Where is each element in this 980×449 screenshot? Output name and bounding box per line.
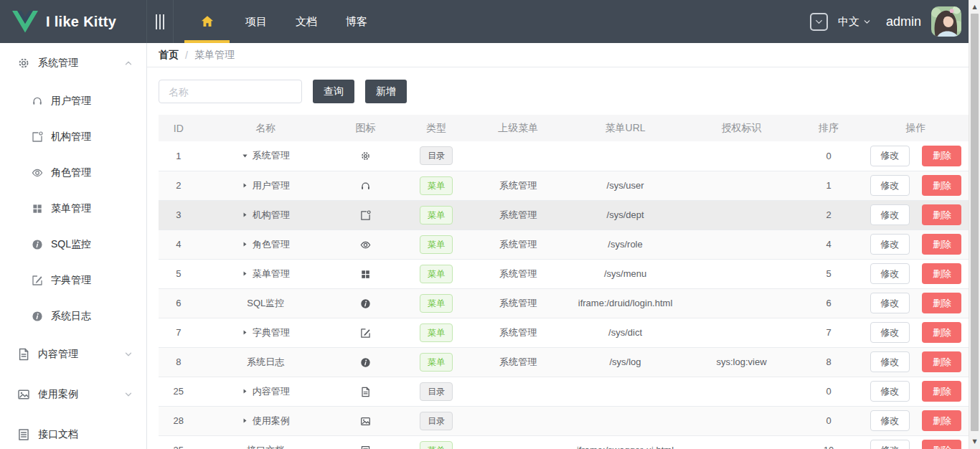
delete-button[interactable]: 删除 [922,204,961,225]
table-row[interactable]: 1 系统管理 目录 0 修改 删除 [159,141,969,171]
cell-id: 7 [159,318,199,347]
sidebar-subitem-dict[interactable]: 字典管理 [0,263,146,298]
cell-type: 菜单 [398,171,474,200]
nav-item-home[interactable] [183,0,231,43]
query-button[interactable]: 查询 [313,80,354,103]
tree-expand-arrow[interactable] [242,270,248,277]
nav-item-project[interactable]: 项目 [231,0,281,43]
modify-button[interactable]: 修改 [870,381,910,402]
modify-button[interactable]: 修改 [870,293,910,313]
cell-url: iframe:/swagger-ui.html [562,435,689,449]
tree-expand-arrow[interactable] [242,388,248,394]
sidebar-subitem-sql[interactable]: SQL监控 [0,227,146,263]
modify-button[interactable]: 修改 [870,263,910,284]
scrollbar-down-arrow[interactable]: ▼ [969,435,980,447]
table-row[interactable]: 28 使用案例 目录 0 修改 删除 [159,406,969,435]
language-dropdown[interactable]: 中文 [838,15,872,29]
delete-button[interactable]: 删除 [922,351,961,372]
breadcrumb-home[interactable]: 首页 [159,49,179,62]
sidebar-subitem-user[interactable]: 用户管理 [0,83,146,119]
delete-button[interactable]: 删除 [922,440,961,449]
theme-switch-button[interactable] [810,13,828,31]
add-button[interactable]: 新增 [365,80,407,103]
tree-expand-arrow[interactable] [242,241,248,247]
sidebar-subitem-label: 菜单管理 [51,202,91,215]
sidebar-item-system[interactable]: 系统管理 [0,43,146,83]
delete-button[interactable]: 删除 [922,234,961,255]
menu-table: ID名称图标类型上级菜单菜单URL授权标识排序操作 1 系统管理 目录 0 修改… [159,115,969,449]
table-row[interactable]: 35 接口文档 菜单 iframe:/swagger-ui.html 10 修改… [159,435,969,449]
delete-button[interactable]: 删除 [922,322,961,343]
modify-button[interactable]: 修改 [870,351,910,372]
column-header: 上级菜单 [474,115,562,141]
modify-button[interactable]: 修改 [870,234,910,255]
vue-logo-icon [12,11,38,33]
cell-icon [333,259,398,288]
sidebar-subitem-menu[interactable]: 菜单管理 [0,191,146,227]
vertical-bars-icon [156,14,157,29]
cell-actions: 修改 删除 [863,288,969,318]
cell-url [562,377,689,406]
sidebar-item-case[interactable]: 使用案例 [0,374,146,415]
sidebar-subitem-log[interactable]: 系统日志 [0,298,146,334]
cell-url: /sys/user [562,171,689,200]
avatar[interactable] [931,6,961,37]
table-row[interactable]: 6 SQL监控 菜单 系统管理 iframe:/druid/login.html… [159,288,969,318]
sidebar-subitem-dept[interactable]: 机构管理 [0,119,146,155]
delete-button[interactable]: 删除 [922,293,961,313]
delete-button[interactable]: 删除 [922,263,961,284]
username-dropdown[interactable]: admin [886,14,921,29]
table-row[interactable]: 7 字典管理 菜单 系统管理 /sys/dict 7 修改 删除 [159,318,969,347]
cell-type: 目录 [398,141,474,171]
type-badge: 菜单 [420,294,453,313]
cell-icon [333,171,398,200]
delete-button[interactable]: 删除 [922,146,961,166]
sidebar-subitem-label: 用户管理 [51,95,91,108]
delete-button[interactable]: 删除 [922,175,961,196]
sidebar-item-content[interactable]: 内容管理 [0,334,146,374]
delete-button[interactable]: 删除 [922,410,961,431]
cell-url: /sys/menu [562,259,689,288]
info-icon [360,357,371,368]
sidebar-collapse-button[interactable] [147,0,174,43]
search-input[interactable] [159,80,302,103]
cell-order: 7 [794,318,863,347]
app-header: I like Kitty 项目文档博客 中文 admin [0,0,980,43]
table-row[interactable]: 25 内容管理 目录 0 修改 删除 [159,377,969,406]
scrollbar-up-arrow[interactable]: ▲ [969,1,980,12]
eye-icon [360,240,371,250]
modify-button[interactable]: 修改 [870,175,910,196]
tree-expand-arrow[interactable] [242,182,248,189]
sidebar-item-api[interactable]: 接口文档 [0,415,146,449]
page-scrollbar[interactable]: ▲ ▼ [969,0,980,449]
nav-item-docs[interactable]: 文档 [281,0,331,43]
app-logo[interactable]: I like Kitty [0,0,147,43]
tree-expand-arrow[interactable] [242,417,248,424]
sidebar-subitem-role[interactable]: 角色管理 [0,155,146,191]
table-row[interactable]: 4 角色管理 菜单 系统管理 /sys/role 4 修改 删除 [159,230,969,259]
type-badge: 菜单 [420,265,453,283]
tree-collapse-arrow[interactable] [242,153,248,159]
modify-button[interactable]: 修改 [870,146,910,166]
cell-actions: 修改 删除 [863,171,969,200]
tree-expand-arrow[interactable] [242,329,248,336]
scrollbar-thumb[interactable] [971,14,979,431]
cell-name: 机构管理 [199,200,333,230]
table-row[interactable]: 8 系统日志 菜单 系统管理 /sys/log sys:log:view 8 修… [159,347,969,377]
table-row[interactable]: 2 用户管理 菜单 系统管理 /sys/user 1 修改 删除 [159,171,969,200]
modify-button[interactable]: 修改 [870,204,910,225]
menu-name: 用户管理 [253,179,290,192]
cell-url: iframe:/druid/login.html [562,288,689,318]
modify-button[interactable]: 修改 [870,440,910,449]
modify-button[interactable]: 修改 [870,322,910,343]
modify-button[interactable]: 修改 [870,410,910,431]
tree-expand-arrow[interactable] [242,212,248,218]
cell-actions: 修改 删除 [863,377,969,406]
table-row[interactable]: 3 机构管理 菜单 系统管理 /sys/dept 2 修改 删除 [159,200,969,230]
nav-item-blog[interactable]: 博客 [331,0,382,43]
cell-parent: 系统管理 [474,288,562,318]
cell-perms [689,259,794,288]
table-row[interactable]: 5 菜单管理 菜单 系统管理 /sys/menu 5 修改 删除 [159,259,969,288]
delete-button[interactable]: 删除 [922,381,961,402]
cell-name: 用户管理 [199,171,333,200]
